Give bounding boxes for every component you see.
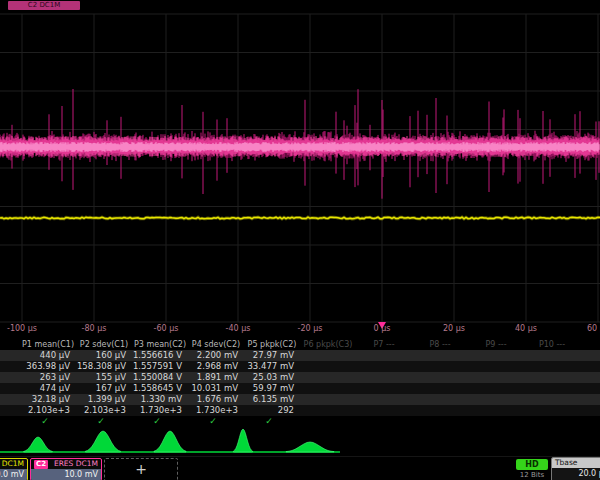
- time-axis-label: 20 µs: [443, 324, 465, 333]
- graticule: [0, 14, 600, 322]
- descriptor-bar: C1 DC1M 10.0 mV C2 ERES DC1M 10.0 mV + H…: [0, 456, 600, 480]
- measure-cell-value: 2.200 mV: [188, 350, 238, 361]
- measurement-histicon: [154, 431, 186, 452]
- c1-scale: 10.0 mV: [0, 469, 27, 480]
- hd-bits-label: 12 Bits: [514, 471, 550, 479]
- measure-column-header[interactable]: P8 ---: [412, 339, 468, 350]
- measure-cell-min: 1.891 mV: [188, 372, 238, 383]
- trigger-source-badge[interactable]: C2 DC1M: [8, 1, 80, 10]
- measure-cell-min: 1.550084 V: [132, 372, 182, 383]
- measure-cell-mean: 1.557591 V: [132, 361, 182, 372]
- measure-cell-sdev: 1.330 mV: [132, 394, 182, 405]
- measure-cell-max: 167 µV: [76, 383, 126, 394]
- channel-c2-descriptor[interactable]: C2 ERES DC1M 10.0 mV: [30, 458, 102, 480]
- measure-cell-num: 292: [244, 405, 294, 416]
- timebase-title: Tbase: [552, 458, 600, 468]
- measure-cell-max: 1.558645 V: [132, 383, 182, 394]
- hd-mode-badge[interactable]: HD: [516, 459, 548, 470]
- measure-cell-num: 2.103e+3: [76, 405, 126, 416]
- measurement-histicon: [286, 442, 334, 452]
- measure-cell-sdev: 1.399 µV: [76, 394, 126, 405]
- timebase-descriptor[interactable]: Tbase 20.0 µs: [551, 457, 600, 480]
- measure-cell-status: ✓: [188, 416, 238, 427]
- time-axis-label: 60 µs: [587, 324, 600, 333]
- c2-coupling: ERES DC1M: [54, 459, 98, 469]
- measure-cell-value: 27.97 mV: [244, 350, 294, 361]
- measure-cell-num: 2.103e+3: [20, 405, 70, 416]
- measure-column-header[interactable]: P10 ---: [524, 339, 580, 350]
- measure-column-header[interactable]: P4 sdev(C2): [188, 339, 244, 350]
- timebase-value: 20.0 µs: [552, 468, 600, 480]
- measure-cell-status: ✓: [132, 416, 182, 427]
- measure-cell-mean: 363.98 µV: [20, 361, 70, 372]
- c2-scale: 10.0 mV: [31, 469, 101, 480]
- measure-cell-status: ✓: [244, 416, 294, 427]
- measure-cell-sdev: 32.18 µV: [20, 394, 70, 405]
- measure-cell-mean: 2.968 mV: [188, 361, 238, 372]
- measure-cell-sdev: 1.676 mV: [188, 394, 238, 405]
- measure-cell-min: 263 µV: [20, 372, 70, 383]
- measurement-table: P1 mean(C1)440 µV363.98 µV263 µV474 µV32…: [0, 339, 600, 427]
- c1-coupling: DC1M: [2, 459, 24, 469]
- measure-cell-min: 25.03 mV: [244, 372, 294, 383]
- time-axis-label: -80 µs: [82, 324, 107, 333]
- measure-cell-status: ✓: [76, 416, 126, 427]
- measure-cell-mean: 158.308 µV: [76, 361, 126, 372]
- measure-cell-sdev: 6.135 mV: [244, 394, 294, 405]
- measure-cell-value: 1.556616 V: [132, 350, 182, 361]
- measure-column-header[interactable]: P9 ---: [468, 339, 524, 350]
- add-trace-button[interactable]: +: [104, 458, 178, 480]
- measure-column-header[interactable]: P1 mean(C1): [20, 339, 76, 350]
- measure-cell-max: 59.97 mV: [244, 383, 294, 394]
- time-axis-label: 40 µs: [515, 324, 537, 333]
- measure-cell-value: 160 µV: [76, 350, 126, 361]
- time-axis: -100 µs-80 µs-60 µs-40 µs-20 µs0 µs20 µs…: [0, 324, 600, 337]
- measure-cell-value: 440 µV: [20, 350, 70, 361]
- measure-column-header[interactable]: P3 mean(C2): [132, 339, 188, 350]
- measure-cell-max: 474 µV: [20, 383, 70, 394]
- measure-cell-min: 155 µV: [76, 372, 126, 383]
- measure-column-header[interactable]: P7 ---: [356, 339, 412, 350]
- measure-cell-max: 10.031 mV: [188, 383, 238, 394]
- measure-column-header[interactable]: P5 pkpk(C2): [244, 339, 300, 350]
- measurement-histicon: [233, 429, 252, 452]
- measure-cell-num: 1.730e+3: [132, 405, 182, 416]
- measure-cell-status: ✓: [20, 416, 70, 427]
- time-axis-label: 0 µs: [374, 324, 391, 333]
- measure-column-header[interactable]: P6 pkpk(C3): [300, 339, 356, 350]
- c2-label: C2: [34, 460, 48, 469]
- measure-cell-num: 1.730e+3: [188, 405, 238, 416]
- measurement-histicon: [85, 431, 120, 452]
- measure-cell-mean: 33.477 mV: [244, 361, 294, 372]
- time-axis-label: -60 µs: [154, 324, 179, 333]
- measure-column-header[interactable]: P2 sdev(C1): [76, 339, 132, 350]
- measurement-histicon: [24, 437, 53, 452]
- oscilloscope-screen: C2 DC1M -100 µs-80 µs-60 µs-40 µs-20 µs0…: [0, 0, 600, 480]
- time-axis-label: -40 µs: [226, 324, 251, 333]
- channel-c1-descriptor[interactable]: C1 DC1M 10.0 mV: [0, 458, 28, 480]
- time-axis-label: -20 µs: [298, 324, 323, 333]
- measure-column-header[interactable]: P11: [580, 339, 600, 350]
- time-axis-label: -100 µs: [7, 324, 37, 333]
